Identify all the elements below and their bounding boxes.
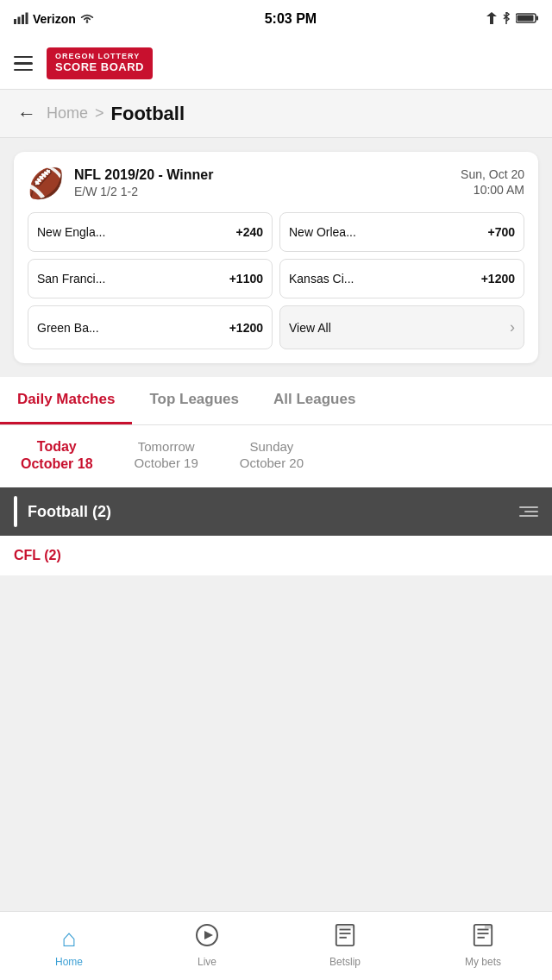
signal-icon (14, 12, 29, 27)
svg-rect-6 (536, 16, 538, 20)
nav-live[interactable]: Live (138, 917, 276, 975)
date-date-tomorrow: October 19 (135, 455, 198, 470)
logo-text: OREGON LOTTERY SCORE BOARD (47, 47, 153, 79)
nav-mybets-label: My bets (465, 956, 501, 968)
svg-rect-19 (485, 925, 492, 929)
hamburger-menu[interactable] (14, 56, 33, 72)
svg-rect-14 (336, 924, 354, 928)
team-name-4: Green Ba... (37, 321, 99, 335)
team-btn-3[interactable]: Kansas Ci... +1200 (279, 259, 524, 298)
logo-bottom: SCORE BOARD (55, 61, 144, 73)
breadcrumb-separator: > (95, 104, 104, 122)
svg-point-4 (85, 21, 88, 23)
breadcrumb-home[interactable]: Home (47, 104, 88, 122)
team-name-1: New Orlea... (289, 225, 356, 239)
svg-rect-0 (14, 19, 16, 24)
nav-betslip-label: Betslip (329, 956, 361, 968)
view-all-text: View All (289, 321, 331, 335)
status-time: 5:03 PM (265, 11, 317, 27)
team-btn-4[interactable]: Green Ba... +1200 (28, 305, 273, 349)
filter-button[interactable] (519, 506, 538, 517)
tab-all-leagues[interactable]: All Leagues (256, 377, 373, 424)
odds-grid: New Engla... +240 New Orlea... +700 San … (28, 212, 524, 349)
odds-2: +1100 (229, 272, 263, 286)
section-bar (14, 496, 17, 527)
chevron-right-icon: › (510, 318, 515, 336)
carrier-label: Verizon (33, 12, 76, 26)
breadcrumb: ← Home > Football (0, 90, 552, 138)
odds-4: +1200 (229, 321, 263, 335)
svg-rect-7 (517, 15, 533, 21)
section-header: Football (2) (0, 487, 552, 536)
nav-home-label: Home (55, 956, 83, 968)
football-icon: 🏈 (28, 168, 64, 198)
date-day-today: Today (21, 439, 93, 455)
status-right (486, 12, 538, 27)
team-name-3: Kansas Ci... (289, 272, 354, 286)
team-btn-0[interactable]: New Engla... +240 (28, 212, 273, 252)
status-left: Verizon (14, 12, 95, 27)
odds-1: +700 (487, 225, 515, 239)
nfl-card-header: 🏈 NFL 2019/20 - Winner E/W 1/2 1-2 Sun, … (28, 167, 524, 198)
nfl-subtitle: E/W 1/2 1-2 (74, 185, 213, 198)
betslip-icon (335, 924, 355, 952)
app-header: OREGON LOTTERY SCORE BOARD (0, 38, 552, 90)
nfl-date: Sun, Oct 20 (461, 167, 524, 181)
nav-live-label: Live (198, 956, 216, 968)
bluetooth-icon (502, 12, 511, 27)
date-date-today: October 18 (21, 456, 93, 472)
tabs-container: Daily Matches Top Leagues All Leagues (0, 377, 552, 425)
filter-icon (519, 506, 538, 517)
nav-betslip[interactable]: Betslip (276, 917, 414, 975)
team-btn-1[interactable]: New Orlea... +700 (279, 212, 524, 252)
location-icon (486, 12, 497, 27)
svg-rect-2 (22, 15, 24, 24)
nfl-datetime: Sun, Oct 20 10:00 AM (461, 167, 524, 197)
breadcrumb-current: Football (111, 103, 185, 125)
date-day-sunday: Sunday (240, 439, 304, 454)
wifi-icon (79, 12, 95, 27)
back-button[interactable]: ← (17, 103, 36, 125)
nav-mybets[interactable]: My bets (414, 917, 552, 975)
mybets-icon (473, 924, 493, 952)
team-name-2: San Franci... (37, 272, 105, 286)
section-header-left: Football (2) (14, 496, 111, 527)
section-title: Football (2) (28, 503, 111, 521)
nfl-title: NFL 2019/20 - Winner (74, 167, 213, 183)
tab-top-leagues[interactable]: Top Leagues (132, 377, 256, 424)
nfl-header-left: 🏈 NFL 2019/20 - Winner E/W 1/2 1-2 (28, 167, 213, 198)
nfl-card: 🏈 NFL 2019/20 - Winner E/W 1/2 1-2 Sun, … (14, 152, 538, 363)
nfl-time: 10:00 AM (461, 183, 524, 197)
battery-icon (516, 12, 538, 27)
cfl-section: CFL (2) (0, 536, 552, 576)
odds-3: +1200 (481, 272, 515, 286)
status-bar: Verizon 5:03 PM (0, 0, 552, 38)
date-day-tomorrow: Tomorrow (135, 439, 198, 454)
date-tab-today[interactable]: Today October 18 (0, 425, 114, 487)
odds-0: +240 (235, 225, 263, 239)
team-name-0: New Engla... (37, 225, 105, 239)
nav-home[interactable]: ⌂ Home (0, 918, 138, 975)
bottom-nav: ⌂ Home Live Betslip My bets (0, 911, 552, 980)
date-tab-sunday[interactable]: Sunday October 20 (219, 425, 324, 487)
date-tab-tomorrow[interactable]: Tomorrow October 19 (114, 425, 219, 487)
nfl-info: NFL 2019/20 - Winner E/W 1/2 1-2 (74, 167, 213, 198)
date-date-sunday: October 20 (240, 455, 304, 470)
live-icon (196, 924, 218, 952)
svg-rect-1 (18, 16, 21, 24)
home-icon: ⌂ (62, 925, 77, 952)
svg-rect-3 (26, 12, 28, 24)
tab-daily-matches[interactable]: Daily Matches (0, 377, 132, 424)
team-btn-2[interactable]: San Franci... +1100 (28, 259, 273, 298)
main-tabs: Daily Matches Top Leagues All Leagues (0, 377, 552, 424)
svg-marker-9 (204, 931, 213, 939)
cfl-title: CFL (2) (14, 548, 61, 562)
view-all-button[interactable]: View All › (279, 305, 524, 349)
main-content: 🏈 NFL 2019/20 - Winner E/W 1/2 1-2 Sun, … (0, 152, 552, 576)
app-logo: OREGON LOTTERY SCORE BOARD (47, 47, 153, 79)
date-tabs: Today October 18 Tomorrow October 19 Sun… (0, 425, 552, 487)
